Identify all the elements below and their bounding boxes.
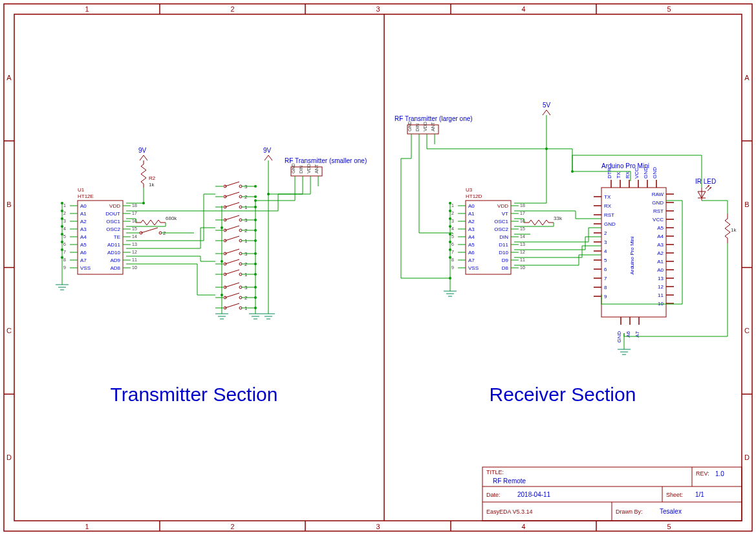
- rf-tx-header: RF Transmitter (smaller one) GNDDINVDDAN…: [285, 157, 367, 186]
- svg-text:VDD: VDD: [307, 164, 311, 173]
- svg-point-221: [61, 202, 63, 204]
- svg-text:17: 17: [520, 211, 525, 215]
- svg-text:Date:: Date:: [486, 492, 501, 498]
- svg-text:A1: A1: [657, 259, 664, 265]
- svg-point-134: [239, 229, 242, 232]
- rx-section-title: Receiver Section: [490, 384, 636, 405]
- svg-text:VSS: VSS: [468, 265, 479, 271]
- svg-text:B: B: [6, 201, 11, 208]
- svg-text:12: 12: [132, 250, 137, 254]
- svg-line-100: [141, 228, 158, 233]
- svg-text:A1: A1: [468, 211, 475, 217]
- svg-text:A0: A0: [80, 203, 87, 209]
- tx-wiring: [61, 181, 310, 314]
- svg-text:18: 18: [132, 203, 137, 208]
- svg-point-117: [254, 195, 257, 198]
- resistor-r2: R2 1k: [141, 160, 156, 188]
- svg-text:D10: D10: [499, 250, 508, 256]
- svg-line-184: [225, 303, 239, 308]
- svg-point-223: [61, 217, 63, 220]
- svg-point-228: [61, 256, 63, 259]
- svg-text:VDD: VDD: [497, 203, 508, 209]
- svg-text:8: 8: [451, 257, 454, 262]
- svg-point-390: [449, 277, 451, 279]
- svg-text:GND: GND: [291, 163, 296, 173]
- svg-text:6: 6: [63, 242, 66, 246]
- svg-text:Sheet:: Sheet:: [666, 492, 683, 498]
- rf-rx-header: RF Transmitter (larger one) GNDDINVDDANT: [394, 115, 473, 144]
- svg-text:2018-04-11: 2018-04-11: [517, 491, 551, 498]
- svg-text:6: 6: [451, 242, 454, 246]
- svg-text:5: 5: [63, 234, 66, 239]
- svg-text:REV:: REV:: [696, 470, 709, 477]
- svg-text:VDD: VDD: [423, 122, 427, 131]
- svg-text:RF Transmitter (larger one): RF Transmitter (larger one): [394, 115, 473, 122]
- svg-text:GND: GND: [407, 121, 412, 131]
- svg-line-142: [225, 236, 239, 241]
- ir-led: IR LED: [695, 178, 716, 201]
- transmitter-section: U1HT12E1A02A13A24A35A46A57A68A79VSS18VDD…: [56, 147, 367, 405]
- svg-text:14: 14: [520, 234, 525, 239]
- svg-text:IR LED: IR LED: [695, 178, 716, 185]
- svg-text:1: 1: [63, 203, 66, 208]
- svg-point-225: [61, 233, 63, 235]
- svg-text:OSC2: OSC2: [494, 226, 508, 232]
- svg-line-156: [225, 259, 239, 264]
- svg-text:10: 10: [520, 265, 525, 270]
- svg-text:HT12D: HT12D: [466, 193, 482, 199]
- svg-text:9: 9: [451, 265, 454, 270]
- svg-text:A2: A2: [468, 219, 475, 224]
- svg-text:680k: 680k: [166, 215, 177, 221]
- svg-text:VDD: VDD: [109, 203, 120, 209]
- svg-point-218: [221, 226, 223, 229]
- svg-text:11: 11: [520, 257, 525, 262]
- svg-line-135: [225, 226, 239, 230]
- svg-point-220: [221, 294, 223, 296]
- tx-section-title: Transmitter Section: [111, 384, 278, 405]
- svg-point-155: [239, 263, 242, 265]
- svg-text:1k: 1k: [149, 182, 155, 188]
- svg-text:EasyEDA V5.3.14: EasyEDA V5.3.14: [486, 508, 533, 515]
- svg-text:D: D: [6, 453, 12, 461]
- svg-text:B: B: [744, 201, 749, 208]
- svg-point-394: [449, 225, 451, 228]
- svg-text:OSC2: OSC2: [106, 226, 120, 232]
- svg-text:DIN: DIN: [299, 166, 303, 173]
- svg-point-99: [159, 232, 162, 234]
- svg-text:A5: A5: [80, 242, 87, 248]
- svg-text:GND: GND: [616, 331, 622, 343]
- svg-text:RX: RX: [604, 203, 612, 209]
- svg-text:3: 3: [451, 219, 454, 223]
- svg-text:12: 12: [658, 284, 664, 290]
- svg-point-183: [239, 307, 242, 309]
- svg-text:11: 11: [658, 292, 664, 298]
- gnd-u1: [56, 268, 69, 290]
- svg-text:OSC1: OSC1: [494, 219, 508, 224]
- svg-text:GND: GND: [643, 167, 649, 179]
- svg-text:15: 15: [132, 226, 137, 231]
- svg-text:VT: VT: [502, 211, 508, 217]
- svg-point-226: [61, 241, 63, 243]
- svg-point-227: [61, 248, 63, 251]
- svg-line-121: [225, 202, 239, 207]
- svg-text:TX: TX: [616, 171, 621, 179]
- svg-text:A7: A7: [468, 257, 475, 263]
- svg-point-399: [571, 170, 574, 173]
- svg-text:5: 5: [667, 5, 671, 13]
- svg-text:A0: A0: [468, 203, 475, 209]
- svg-text:Tesalex: Tesalex: [660, 508, 682, 515]
- svg-text:18: 18: [520, 203, 525, 208]
- arduino-pro-mini: Arduino Pro Mini Arduino Pro Mini DTRTXR…: [594, 162, 674, 343]
- svg-point-392: [449, 210, 451, 212]
- svg-text:A6: A6: [468, 250, 475, 256]
- svg-text:D: D: [744, 453, 750, 461]
- svg-text:13: 13: [132, 242, 137, 246]
- svg-text:13: 13: [658, 276, 664, 281]
- svg-point-391: [449, 202, 451, 204]
- svg-text:U1: U1: [78, 187, 85, 193]
- svg-text:A2: A2: [657, 250, 664, 256]
- svg-text:3: 3: [604, 239, 607, 245]
- title-block: TITLE: RF Remote REV: 1.0 Date: 2018-04-…: [482, 467, 742, 521]
- svg-text:8: 8: [63, 257, 66, 262]
- gnd-u3: [444, 268, 457, 296]
